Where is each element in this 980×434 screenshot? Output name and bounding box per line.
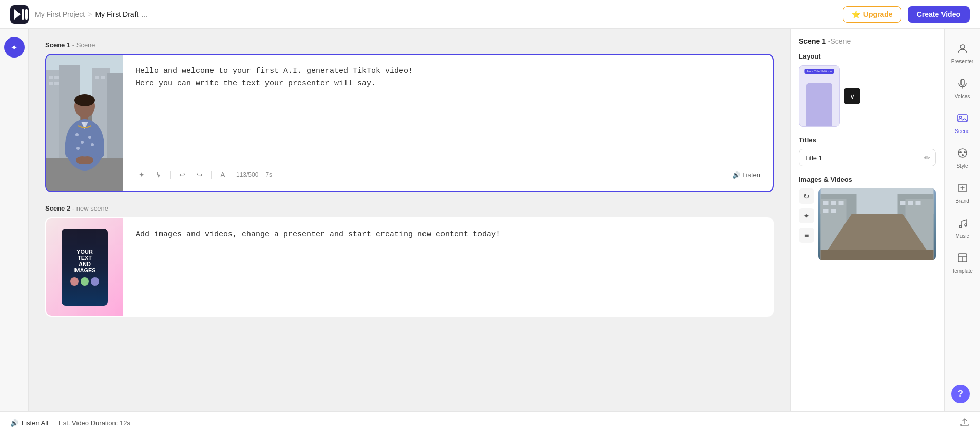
svg-point-22 (81, 141, 84, 144)
svg-point-57 (965, 224, 967, 226)
scene1-card[interactable]: Hello and welcome to your first A.I. gen… (45, 54, 774, 192)
svg-rect-43 (916, 201, 921, 205)
sidebar-item-style[interactable]: Style (947, 142, 978, 175)
svg-point-56 (959, 225, 962, 228)
upgrade-button[interactable]: ⭐ Upgrade (843, 6, 901, 23)
panel-scene-title: Scene 1 -Scene (799, 37, 936, 45)
listen-all-label: Listen All (22, 419, 48, 427)
svg-point-47 (960, 45, 965, 49)
svg-point-53 (959, 151, 962, 153)
scene1-sublabel: - Scene (72, 41, 95, 49)
title-input[interactable] (804, 154, 921, 162)
layout-card[interactable]: I'm a Title! Edit me (799, 65, 840, 127)
sidebar-item-scene[interactable]: Scene (947, 107, 978, 140)
panel-scene-subtitle: -Scene (828, 37, 851, 45)
sidebar-item-music[interactable]: Music (947, 212, 978, 244)
breadcrumb-separator: > (88, 10, 92, 18)
listen-all-icon: 🔊 (10, 419, 18, 427)
logo-icon (10, 5, 29, 24)
header-right: ⭐ Upgrade Create Video (843, 6, 970, 23)
image-edit-btn[interactable]: ✦ (799, 208, 814, 223)
breadcrumb-more[interactable]: ... (141, 10, 147, 18)
layout-chevron-button[interactable]: ∨ (844, 88, 860, 104)
listen-label: Listen (742, 171, 760, 179)
scene2-sublabel: - new scene (72, 204, 108, 212)
right-sidebar: Presenter Voices Scene (944, 29, 980, 411)
svg-point-54 (964, 151, 966, 153)
svg-point-20 (75, 133, 79, 136)
layout-section-label: Layout (799, 52, 936, 60)
street-photo-svg (818, 188, 936, 260)
duration-count: 7s (265, 171, 272, 178)
svg-rect-46 (821, 250, 934, 260)
svg-rect-38 (831, 209, 836, 213)
undo-icon[interactable]: ↩ (176, 168, 188, 181)
scene1-label: Scene 1 - Scene (45, 41, 774, 49)
right-panel-content: Scene 1 -Scene Layout I'm a Title! Edit … (791, 29, 944, 269)
video-duration: Est. Video Duration: 12s (59, 419, 130, 427)
listen-all-button[interactable]: 🔊 Listen All (10, 419, 48, 427)
svg-rect-27 (65, 140, 73, 158)
sidebar-item-template[interactable]: Template (947, 247, 978, 279)
scene2-card[interactable]: YOURTEXTANDIMAGES Add images and videos,… (45, 217, 774, 317)
sidebar-item-brand[interactable]: Brand (947, 177, 978, 210)
image-replace-btn[interactable]: ↻ (799, 188, 814, 204)
svg-rect-50 (958, 115, 967, 122)
presenter-photo-svg (46, 55, 123, 191)
magic-button[interactable]: ✦ (4, 37, 25, 58)
upload-icon[interactable] (959, 417, 970, 429)
font-icon[interactable]: A (217, 168, 229, 181)
create-video-button[interactable]: Create Video (908, 6, 970, 23)
sidebar-item-voices[interactable]: Voices (947, 72, 978, 105)
svg-point-55 (962, 154, 964, 156)
header: My First Project > My First Draft ... ⭐ … (0, 0, 980, 29)
svg-rect-12 (54, 82, 59, 85)
panel-scene-name: Scene 1 (799, 37, 828, 45)
scene2-text[interactable]: Add images and videos, change a presente… (136, 229, 760, 306)
presenter-label: Presenter (951, 59, 973, 64)
redo-icon[interactable]: ↪ (194, 168, 206, 181)
title-input-wrapper[interactable]: ✏ (799, 149, 936, 166)
scene1-toolbar: ✦ 🎙 ↩ ↪ A 113/500 7s 🔊 Listen (136, 164, 760, 181)
scene1-text[interactable]: Hello and welcome to your first A.I. gen… (136, 65, 760, 158)
svg-rect-2 (22, 9, 24, 20)
scene2-thumb-avatars (70, 277, 99, 286)
breadcrumb-draft[interactable]: My First Draft (95, 10, 138, 18)
images-section-label: Images & Videos (799, 176, 936, 183)
presenter-icon (957, 43, 968, 56)
scene1-thumbnail (46, 55, 123, 191)
images-grid: ↻ ✦ ≡ (799, 188, 936, 260)
svg-rect-28 (96, 140, 104, 158)
sidebar-item-presenter[interactable]: Presenter (947, 37, 978, 70)
svg-rect-42 (908, 201, 913, 205)
title-edit-icon[interactable]: ✏ (924, 154, 930, 162)
scene2-label: Scene 2 - new scene (45, 204, 774, 212)
music-label: Music (955, 233, 969, 239)
logo (10, 5, 29, 24)
breadcrumb-project[interactable]: My First Project (35, 10, 85, 18)
help-button[interactable]: ? (951, 385, 970, 403)
breadcrumb: My First Project > My First Draft ... (35, 10, 147, 18)
upgrade-label: Upgrade (863, 10, 893, 18)
image-adjust-btn[interactable]: ≡ (799, 228, 814, 243)
listen-button[interactable]: 🔊 Listen (732, 171, 760, 179)
wand-icon[interactable]: ✦ (136, 168, 148, 181)
svg-rect-37 (823, 209, 829, 213)
titles-section-label: Titles (799, 136, 936, 144)
bottom-bar: 🔊 Listen All Est. Video Duration: 12s (0, 411, 980, 434)
right-panel: Scene 1 -Scene Layout I'm a Title! Edit … (790, 29, 944, 411)
style-icon (957, 147, 968, 161)
voices-label: Voices (955, 93, 970, 99)
mic-icon[interactable]: 🎙 (153, 168, 165, 181)
svg-rect-9 (49, 76, 53, 79)
svg-rect-11 (49, 82, 53, 85)
scene2-text-area[interactable]: Add images and videos, change a presente… (123, 218, 773, 316)
layout-card-label: I'm a Title! Edit me (804, 69, 834, 74)
svg-point-24 (76, 147, 80, 150)
svg-rect-48 (961, 79, 964, 85)
left-sidebar: ✦ (0, 29, 29, 411)
scene-icon (957, 112, 968, 126)
svg-rect-8 (107, 73, 123, 163)
scene1-text-area[interactable]: Hello and welcome to your first A.I. gen… (123, 55, 773, 191)
svg-rect-34 (823, 201, 829, 205)
